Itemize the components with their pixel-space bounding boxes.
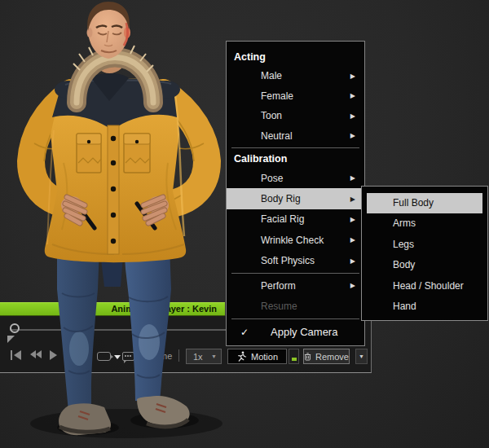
comment-button[interactable] (122, 352, 134, 361)
menu-item-male[interactable]: Male ▶ (227, 66, 364, 86)
menu-item-apply-camera[interactable]: ✓ Apply Camera (227, 321, 364, 344)
skip-to-start-button[interactable] (11, 350, 21, 360)
menu-item-pose[interactable]: Pose ▶ (227, 168, 364, 188)
submenu-item-full-body[interactable]: Full Body (367, 193, 482, 213)
loop-dropdown-arrow[interactable] (114, 355, 121, 359)
submenu-arrow-icon: ▶ (350, 216, 355, 223)
menu-item-wrinkle-check[interactable]: Wrinkle Check ▶ (227, 230, 364, 250)
menu-item-body-rig[interactable]: Body Rig ▶ (227, 188, 364, 209)
play-button[interactable] (50, 350, 57, 360)
running-man-icon (236, 351, 247, 362)
motion-active-indicator (292, 358, 297, 361)
submenu-item-hand[interactable]: Hand (362, 296, 487, 317)
submenu-item-head-shoulder[interactable]: Head / Shoulder (362, 276, 487, 296)
loop-button[interactable] (97, 352, 111, 361)
submenu-arrow-icon: ▶ (350, 257, 355, 265)
menu-item-resume: Resume (227, 296, 364, 316)
submenu-arrow-icon: ▶ (350, 195, 355, 203)
skip-to-start-icon (11, 350, 12, 360)
play-icon (50, 350, 57, 360)
submenu-arrow-icon: ▶ (350, 72, 355, 80)
rewind-button[interactable] (30, 350, 42, 358)
frame-button-partial[interactable]: me (160, 351, 172, 361)
chevron-down-icon: ▼ (359, 354, 364, 359)
body-rig-submenu: Full Body Arms Legs Body Head / Shoulder… (361, 186, 488, 321)
acting-context-menu: Acting Male ▶ Female ▶ Toon ▶ Neutral ▶ … (226, 41, 365, 346)
player-status-bar: Animation Player : Kevin (0, 302, 225, 316)
motion-button[interactable]: Motion (227, 349, 287, 364)
menu-item-female[interactable]: Female ▶ (227, 86, 364, 107)
submenu-arrow-icon: ▶ (350, 92, 355, 99)
remove-button-label: Remove (315, 352, 349, 362)
submenu-arrow-icon: ▶ (350, 236, 355, 244)
menu-item-perform[interactable]: Perform ▶ (227, 275, 364, 296)
speech-bubble-icon (125, 355, 126, 357)
submenu-arrow-icon: ▶ (350, 112, 355, 120)
rewind-icon (30, 350, 36, 358)
speed-value: 1x (193, 352, 203, 362)
menu-separator (231, 318, 359, 319)
menu-section-calibration: Calibration (227, 150, 364, 168)
remove-dropdown[interactable]: ▼ (355, 349, 368, 364)
check-icon: ✓ (240, 327, 249, 338)
menu-item-toon[interactable]: Toon ▶ (227, 106, 364, 126)
playhead-marker[interactable] (7, 336, 15, 343)
menu-item-facial-rig[interactable]: Facial Rig ▶ (227, 209, 364, 230)
remove-button[interactable]: Remove (303, 349, 350, 364)
chevron-down-icon: ▼ (211, 354, 217, 359)
menu-section-acting: Acting (227, 48, 364, 66)
toolbar-divider (178, 349, 179, 362)
submenu-arrow-icon: ▶ (350, 174, 355, 182)
motion-button-label: Motion (251, 352, 278, 362)
menu-item-neutral[interactable]: Neutral ▶ (227, 126, 364, 147)
submenu-item-legs[interactable]: Legs (362, 235, 487, 255)
speed-select[interactable]: 1x ▼ (186, 349, 222, 364)
motion-dropdown[interactable] (289, 349, 299, 364)
timeline-slider-handle[interactable] (10, 323, 20, 333)
submenu-item-arms[interactable]: Arms (362, 213, 487, 234)
menu-item-soft-physics[interactable]: Soft Physics ▶ (227, 251, 364, 271)
submenu-arrow-icon: ▶ (350, 132, 355, 139)
player-status-label: Animation Player : Kevin (111, 304, 217, 314)
submenu-arrow-icon: ▶ (350, 282, 355, 289)
menu-separator (231, 147, 359, 148)
trash-icon (304, 351, 311, 362)
submenu-item-body[interactable]: Body (362, 255, 487, 275)
menu-separator (231, 273, 359, 274)
